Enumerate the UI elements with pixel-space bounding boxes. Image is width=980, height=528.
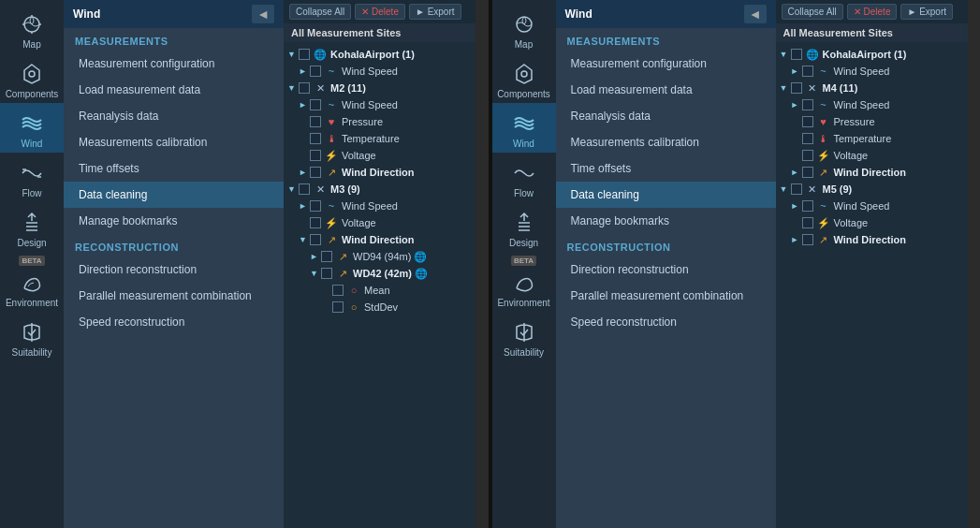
tree-arrow-m3-wd42[interactable]: ▼	[310, 269, 319, 278]
tree-node-m3-stddev[interactable]: ○StdDev	[284, 299, 475, 315]
sidebar-item-components[interactable]: Components	[0, 53, 64, 103]
left-export-btn[interactable]: ► Export	[409, 4, 461, 20]
left-panel-collapse-btn[interactable]: ◄	[252, 5, 274, 23]
right-sidebar-item-flow[interactable]: Flow	[492, 153, 556, 202]
tree-node-m4-volt[interactable]: ⚡Voltage	[776, 147, 968, 164]
left-delete-btn[interactable]: ✕ Delete	[355, 4, 405, 20]
menu-item-measurement-config[interactable]: Measurement configuration	[64, 51, 284, 77]
right-menu-item-parallel-measurement[interactable]: Parallel measurement combination	[556, 283, 776, 309]
tree-arrow-m2-ws[interactable]: ►	[299, 100, 308, 110]
tree-arrow-m4-ws[interactable]: ►	[791, 100, 800, 110]
tree-node-m3-volt[interactable]: ⚡Voltage	[284, 214, 475, 231]
right-menu-item-load-measurement[interactable]: Load measurement data	[556, 77, 776, 103]
tree-arrow-kohala-ws[interactable]: ►	[299, 66, 308, 76]
tree-node-m5-wd[interactable]: ►↗Wind Direction	[776, 231, 968, 248]
tree-node-m3-wd42[interactable]: ▼↗WD42 (42m) 🌐	[284, 265, 475, 282]
tree-node-m3-mean[interactable]: ○Mean	[284, 282, 475, 299]
right-menu-item-data-cleaning[interactable]: Data cleaning	[556, 182, 776, 208]
left-collapse-all-btn[interactable]: Collapse All	[289, 4, 351, 20]
sidebar-item-map[interactable]: Map	[0, 4, 64, 53]
tree-checkbox-m3-mean[interactable]	[332, 285, 344, 296]
tree-node-m5[interactable]: ▼✕M5 (9)	[776, 181, 968, 198]
tree-checkbox-m5-wd[interactable]	[802, 234, 813, 245]
tree-node-m3-wd94[interactable]: ►↗WD94 (94m) 🌐	[284, 248, 475, 265]
tree-node-m2-wd[interactable]: ►↗Wind Direction	[284, 164, 475, 181]
tree-checkbox-m2-pres[interactable]	[310, 116, 321, 127]
tree-node-m4-temp[interactable]: 🌡Temperature	[776, 130, 968, 147]
right-panel-collapse-btn[interactable]: ◄	[744, 5, 767, 23]
tree-checkbox-m4-temp[interactable]	[802, 133, 813, 144]
tree-node-kohala-ws[interactable]: ►~Wind Speed	[776, 63, 968, 80]
tree-node-m2-volt[interactable]: ⚡Voltage	[284, 147, 475, 164]
tree-checkbox-m4[interactable]	[791, 82, 802, 94]
tree-node-m4-ws[interactable]: ►~Wind Speed	[776, 96, 968, 113]
tree-checkbox-m2[interactable]	[299, 82, 310, 94]
tree-node-kohala[interactable]: ▼🌐KohalaAirport (1)	[776, 46, 968, 63]
tree-arrow-m3[interactable]: ▼	[287, 184, 297, 194]
menu-item-speed-reconstruction[interactable]: Speed reconstruction	[64, 309, 284, 335]
tree-arrow-m2[interactable]: ▼	[287, 83, 297, 93]
menu-item-load-measurement[interactable]: Load measurement data	[64, 77, 284, 103]
menu-item-reanalysis[interactable]: Reanalysis data	[64, 103, 284, 129]
right-collapse-all-btn[interactable]: Collapse All	[782, 4, 843, 20]
right-menu-item-speed-reconstruction[interactable]: Speed reconstruction	[556, 309, 776, 335]
tree-arrow-m3-wd[interactable]: ▼	[299, 235, 308, 244]
tree-node-kohala[interactable]: ▼🌐KohalaAirport (1)	[284, 46, 475, 63]
tree-checkbox-m3-wd[interactable]	[310, 234, 321, 245]
right-menu-item-direction-reconstruction[interactable]: Direction reconstruction	[556, 257, 776, 283]
right-sidebar-item-wind[interactable]: Wind	[492, 103, 556, 153]
tree-arrow-m5[interactable]: ▼	[780, 184, 789, 194]
tree-checkbox-kohala-ws[interactable]	[310, 66, 321, 77]
menu-item-measurements-calib[interactable]: Measurements calibration	[64, 129, 284, 155]
tree-arrow-kohala-ws[interactable]: ►	[791, 66, 800, 76]
tree-node-m4[interactable]: ▼✕M4 (11)	[776, 80, 968, 96]
tree-checkbox-kohala[interactable]	[299, 49, 310, 60]
tree-checkbox-m4-volt[interactable]	[802, 150, 813, 161]
sidebar-item-design[interactable]: Design	[0, 202, 64, 252]
menu-item-time-offsets[interactable]: Time offsets	[64, 155, 284, 182]
right-sidebar-item-design[interactable]: Design	[492, 202, 556, 252]
tree-checkbox-kohala[interactable]	[791, 49, 802, 60]
tree-checkbox-m2-wd[interactable]	[310, 167, 321, 178]
tree-arrow-kohala[interactable]: ▼	[780, 50, 789, 59]
tree-node-m2-temp[interactable]: 🌡Temperature	[284, 130, 475, 147]
tree-arrow-m2-wd[interactable]: ►	[299, 168, 308, 177]
tree-node-m5-ws[interactable]: ►~Wind Speed	[776, 198, 968, 214]
right-menu-item-measurements-calib[interactable]: Measurements calibration	[556, 129, 776, 155]
tree-checkbox-m5-ws[interactable]	[802, 200, 813, 212]
right-menu-item-manage-bookmarks[interactable]: Manage bookmarks	[556, 208, 776, 234]
right-menu-item-time-offsets[interactable]: Time offsets	[556, 155, 776, 182]
tree-node-m4-wd[interactable]: ►↗Wind Direction	[776, 164, 968, 181]
sidebar-item-suitability[interactable]: Suitability	[0, 312, 64, 361]
tree-checkbox-m2-temp[interactable]	[310, 133, 321, 144]
tree-checkbox-m4-pres[interactable]	[802, 116, 813, 127]
menu-item-direction-reconstruction[interactable]: Direction reconstruction	[64, 257, 284, 283]
tree-node-m2-ws[interactable]: ►~Wind Speed	[284, 96, 475, 113]
right-menu-item-measurement-config[interactable]: Measurement configuration	[556, 51, 776, 77]
tree-node-kohala-ws[interactable]: ►~Wind Speed	[284, 63, 475, 80]
right-sidebar-item-components[interactable]: Components	[492, 53, 556, 103]
tree-node-m4-pres[interactable]: ♥Pressure	[776, 113, 968, 130]
tree-checkbox-m3-volt[interactable]	[310, 217, 321, 228]
right-export-btn[interactable]: ► Export	[900, 4, 953, 20]
right-sidebar-item-suitability[interactable]: Suitability	[492, 312, 556, 361]
tree-arrow-m3-wd94[interactable]: ►	[310, 252, 319, 261]
tree-checkbox-m3[interactable]	[299, 183, 310, 195]
tree-checkbox-m3-stddev[interactable]	[332, 301, 344, 313]
tree-node-m2[interactable]: ▼✕M2 (11)	[284, 80, 475, 96]
tree-arrow-m5-ws[interactable]: ►	[791, 201, 800, 211]
tree-checkbox-m4-wd[interactable]	[802, 167, 813, 178]
tree-arrow-kohala[interactable]: ▼	[287, 50, 297, 59]
tree-arrow-m5-wd[interactable]: ►	[791, 235, 800, 244]
sidebar-item-environment[interactable]: Environment	[4, 268, 60, 312]
tree-arrow-m4-wd[interactable]: ►	[791, 168, 800, 177]
tree-checkbox-m5-volt[interactable]	[802, 217, 813, 228]
tree-arrow-m3-ws[interactable]: ►	[299, 201, 308, 211]
sidebar-item-wind[interactable]: Wind	[0, 103, 64, 153]
tree-node-m3-ws[interactable]: ►~Wind Speed	[284, 198, 475, 214]
menu-item-manage-bookmarks[interactable]: Manage bookmarks	[64, 208, 284, 234]
tree-checkbox-kohala-ws[interactable]	[802, 66, 813, 77]
tree-checkbox-m2-volt[interactable]	[310, 150, 321, 161]
right-sidebar-item-map[interactable]: Map	[492, 4, 556, 53]
tree-node-m3-wd[interactable]: ▼↗Wind Direction	[284, 231, 475, 248]
